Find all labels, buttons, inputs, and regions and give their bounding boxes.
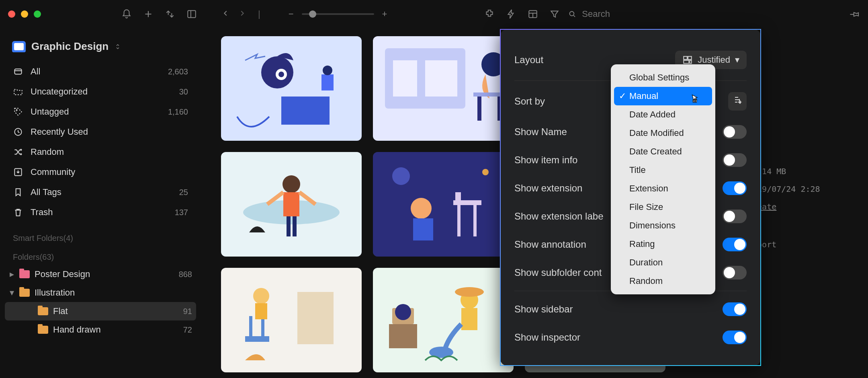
library-name: Graphic Design: [31, 40, 108, 53]
zoom-thumb[interactable]: [309, 10, 316, 18]
row-label: Show annotation: [514, 239, 586, 250]
svg-rect-28: [293, 216, 297, 236]
sidebar-item-trash[interactable]: Trash 137: [5, 202, 196, 222]
svg-rect-7: [221, 36, 362, 141]
sidebar-item-uncategorized[interactable]: Uncategorized 30: [5, 82, 196, 102]
disclosure-open-icon[interactable]: ▾: [9, 288, 14, 298]
svg-point-31: [482, 169, 489, 175]
svg-rect-12: [321, 74, 334, 90]
zoom-out-icon[interactable]: −: [289, 9, 294, 19]
thumbnail[interactable]: [221, 152, 362, 257]
sort-option-extension[interactable]: Extension: [614, 179, 712, 198]
minimize-window-button[interactable]: [21, 10, 28, 18]
disclosure-closed-icon[interactable]: ▸: [9, 269, 14, 279]
svg-point-49: [395, 304, 411, 320]
thumbnail[interactable]: [373, 152, 514, 257]
library-switcher[interactable]: Graphic Design: [5, 36, 196, 62]
zoom-window-button[interactable]: [34, 10, 41, 18]
all-icon: [13, 66, 23, 77]
sort-option-global-settings[interactable]: Global Settings: [614, 68, 712, 87]
sort-option-rating[interactable]: Rating: [614, 235, 712, 253]
inspector-size: 69.14 MB: [747, 166, 852, 176]
show-item-info-toggle[interactable]: [723, 153, 747, 167]
folder-count: 72: [183, 325, 192, 335]
zoom-track[interactable]: [302, 13, 374, 15]
show-name-toggle[interactable]: [723, 125, 747, 139]
sidebar-item-random[interactable]: Random: [5, 142, 196, 162]
svg-point-13: [323, 66, 332, 75]
inspector-create-link[interactable]: Create: [747, 202, 852, 212]
search-box[interactable]: [568, 8, 649, 20]
sort-option-file-size[interactable]: File Size: [614, 198, 712, 216]
show-extension-toggle[interactable]: [723, 181, 747, 195]
svg-rect-55: [684, 56, 688, 60]
svg-point-11: [278, 72, 284, 77]
sort-option-manual[interactable]: Manual: [614, 87, 712, 105]
show-sidebar-toggle[interactable]: [723, 302, 747, 316]
zoom-in-icon[interactable]: +: [382, 9, 387, 19]
show-subfolder-toggle[interactable]: [723, 266, 747, 279]
folder-poster-design[interactable]: ▸ Poster Design 868: [5, 265, 196, 284]
pin-icon[interactable]: [850, 9, 860, 19]
sort-option-dimensions[interactable]: Dimensions: [614, 216, 712, 235]
sidebar-item-count: 1,160: [168, 107, 188, 117]
thumbnail[interactable]: [373, 268, 514, 372]
sidebar-item-community[interactable]: Community: [5, 162, 196, 182]
plus-icon[interactable]: [143, 9, 154, 19]
zoom-slider[interactable]: − +: [289, 9, 387, 19]
folder-count: 868: [179, 270, 192, 279]
smart-folders-label: Smart Folders(4): [5, 222, 196, 246]
sidebar-item-count: 25: [179, 188, 188, 197]
folder-count: 91: [183, 307, 192, 316]
sidebar-item-label: Untagged: [31, 107, 69, 117]
download-icon: [13, 167, 23, 177]
sidebar-item-label: All Tags: [31, 187, 61, 197]
sort-option-title[interactable]: Title: [614, 161, 712, 179]
sort-direction-button[interactable]: [728, 92, 747, 111]
sidebar-item-all[interactable]: All 2,603: [5, 62, 196, 82]
thumbnail[interactable]: [221, 36, 362, 141]
forward-button[interactable]: [238, 9, 247, 19]
show-annotation-toggle[interactable]: [723, 238, 747, 251]
sidebar-item-all-tags[interactable]: All Tags 25: [5, 182, 196, 202]
sort-option-duration[interactable]: Duration: [614, 253, 712, 272]
sidebar-item-label: Trash: [31, 207, 53, 218]
svg-point-32: [411, 198, 432, 219]
titlebar: | − +: [0, 0, 868, 28]
sort-option-random[interactable]: Random: [614, 272, 712, 290]
sidebar-item-count: 137: [175, 208, 188, 217]
svg-rect-8: [281, 97, 330, 125]
svg-point-51: [455, 287, 484, 297]
bell-icon[interactable]: [121, 9, 132, 19]
folder-hand-drawn[interactable]: Hand drawn 72: [5, 320, 196, 339]
folders-label: Folders(63): [5, 246, 196, 265]
sort-option-date-modified[interactable]: Date Modified: [614, 124, 712, 142]
row-label: Show extension labe: [514, 211, 603, 222]
svg-point-4: [16, 109, 17, 111]
sort-option-date-created[interactable]: Date Created: [614, 142, 712, 161]
folder-illustration[interactable]: ▾ Illustration: [5, 284, 196, 302]
thumbnail[interactable]: [221, 268, 362, 372]
layout-icon[interactable]: [528, 9, 538, 19]
inspector-export[interactable]: Export: [747, 240, 852, 249]
show-inspector-toggle[interactable]: [723, 331, 747, 344]
thumbnail[interactable]: [373, 36, 514, 141]
sort-option-date-added[interactable]: Date Added: [614, 105, 712, 124]
extension-icon[interactable]: [484, 9, 495, 19]
bolt-icon[interactable]: [506, 9, 516, 19]
svg-point-30: [392, 167, 410, 185]
sidebar-item-untagged[interactable]: Untagged 1,160: [5, 102, 196, 122]
folder-flat[interactable]: Flat 91: [5, 302, 196, 320]
svg-rect-29: [373, 152, 514, 257]
back-button[interactable]: [221, 9, 230, 19]
close-window-button[interactable]: [8, 10, 15, 18]
show-extension-label-toggle[interactable]: [723, 210, 747, 223]
sidebar-item-recent[interactable]: Recently Used: [5, 122, 196, 142]
filter-icon[interactable]: [549, 9, 560, 19]
tag-dashed-icon: [13, 107, 23, 117]
search-input[interactable]: [581, 8, 649, 20]
sync-icon[interactable]: [165, 9, 175, 19]
sidebar-toggle-icon[interactable]: [186, 9, 197, 19]
svg-rect-58: [690, 60, 692, 64]
search-icon: [568, 9, 577, 19]
